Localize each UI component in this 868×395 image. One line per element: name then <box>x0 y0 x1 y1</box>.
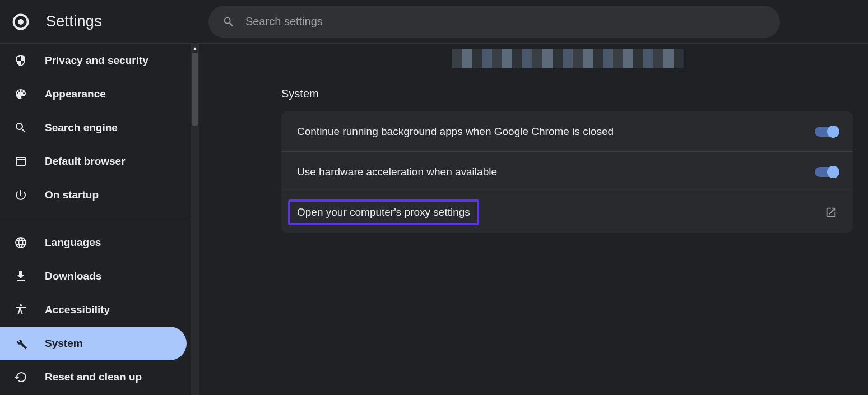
sidebar-item-label: Default browser <box>45 155 126 168</box>
toggle-hardware-acceleration[interactable] <box>815 167 837 177</box>
sidebar-item-label: Search engine <box>45 122 118 134</box>
settings-card: Continue running background apps when Go… <box>281 111 853 233</box>
toggle-background-apps[interactable] <box>815 127 837 137</box>
sidebar-item-search-engine[interactable]: Search engine <box>0 111 187 145</box>
sidebar-item-downloads[interactable]: Downloads <box>0 259 187 293</box>
wrench-icon <box>13 336 28 351</box>
shield-icon <box>13 53 28 68</box>
download-icon <box>13 269 28 284</box>
search-input[interactable] <box>245 15 767 28</box>
window-icon <box>13 154 28 169</box>
sidebar-item-label: Privacy and security <box>45 54 148 67</box>
section-title: System <box>281 87 868 100</box>
search-icon <box>222 15 235 29</box>
redacted-region <box>452 49 684 68</box>
sidebar-item-accessibility[interactable]: Accessibility <box>0 293 187 327</box>
search-container[interactable] <box>208 6 780 38</box>
row-label: Continue running background apps when Go… <box>297 126 614 138</box>
svg-point-1 <box>18 19 24 25</box>
scrollbar-thumb[interactable] <box>192 53 198 126</box>
scroll-up-arrow-icon[interactable]: ▲ <box>191 44 199 53</box>
sidebar-item-reset[interactable]: Reset and clean up <box>0 360 187 394</box>
sidebar-divider <box>0 219 191 219</box>
sidebar-item-label: Languages <box>45 236 101 249</box>
page-title: Settings <box>46 13 102 30</box>
sidebar-item-label: System <box>45 337 83 350</box>
external-link-icon <box>825 206 837 219</box>
sidebar-item-label: Accessibility <box>45 304 110 316</box>
sidebar-item-default-browser[interactable]: Default browser <box>0 145 187 178</box>
power-icon <box>13 188 28 202</box>
row-hardware-acceleration[interactable]: Use hardware acceleration when available <box>281 152 853 192</box>
sidebar-scrollbar[interactable]: ▲ <box>191 44 199 395</box>
sidebar-item-label: Reset and clean up <box>45 371 142 383</box>
sidebar-item-appearance[interactable]: Appearance <box>0 77 187 111</box>
sidebar-item-on-startup[interactable]: On startup <box>0 178 187 212</box>
sidebar-item-label: Downloads <box>45 270 101 282</box>
accessibility-icon <box>13 303 28 317</box>
restore-icon <box>13 370 28 384</box>
highlight-annotation: Open your computer's proxy settings <box>288 199 479 225</box>
sidebar-item-label: Appearance <box>45 88 106 100</box>
sidebar: Privacy and security Appearance Search e… <box>0 44 199 395</box>
search-icon <box>13 120 28 135</box>
row-background-apps[interactable]: Continue running background apps when Go… <box>281 111 853 152</box>
header: Settings <box>0 0 868 44</box>
sidebar-item-languages[interactable]: Languages <box>0 226 187 259</box>
sidebar-item-privacy-security[interactable]: Privacy and security <box>0 44 187 77</box>
globe-icon <box>13 235 28 250</box>
row-label: Use hardware acceleration when available <box>297 166 497 178</box>
main-content: System Continue running background apps … <box>199 44 868 395</box>
palette-icon <box>13 87 28 101</box>
row-proxy-settings[interactable]: Open your computer's proxy settings <box>281 192 853 233</box>
row-label: Open your computer's proxy settings <box>297 206 470 218</box>
sidebar-item-system[interactable]: System <box>0 327 187 360</box>
sidebar-item-label: On startup <box>45 189 99 201</box>
chrome-logo-icon <box>12 13 29 30</box>
